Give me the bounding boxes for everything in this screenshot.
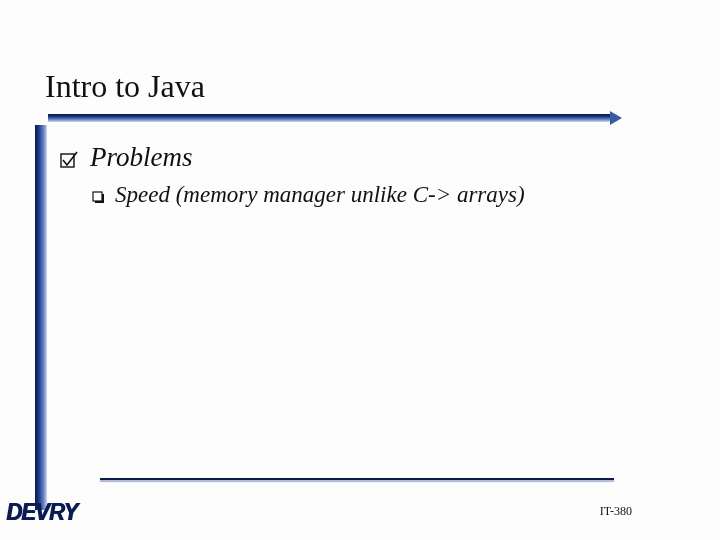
footer-underline xyxy=(100,478,614,480)
bullet-level1: Problems xyxy=(60,142,193,173)
page-number: IT-380 xyxy=(600,504,632,519)
title-underline xyxy=(48,114,613,122)
bullet-level1-text: Problems xyxy=(90,142,193,173)
slide-title: Intro to Java xyxy=(45,68,205,105)
left-gradient-bar xyxy=(35,125,47,510)
brand-logo: DEVRY xyxy=(6,498,77,526)
box-shadow-icon xyxy=(92,190,105,203)
bullet-level2: Speed (memory manager unlike C-> arrays) xyxy=(92,182,525,208)
svg-rect-2 xyxy=(93,192,102,201)
slide: Intro to Java Problems Speed (memory man… xyxy=(0,0,720,540)
bullet-level2-text: Speed (memory manager unlike C-> arrays) xyxy=(115,182,525,208)
checkbox-checked-icon xyxy=(60,151,78,169)
